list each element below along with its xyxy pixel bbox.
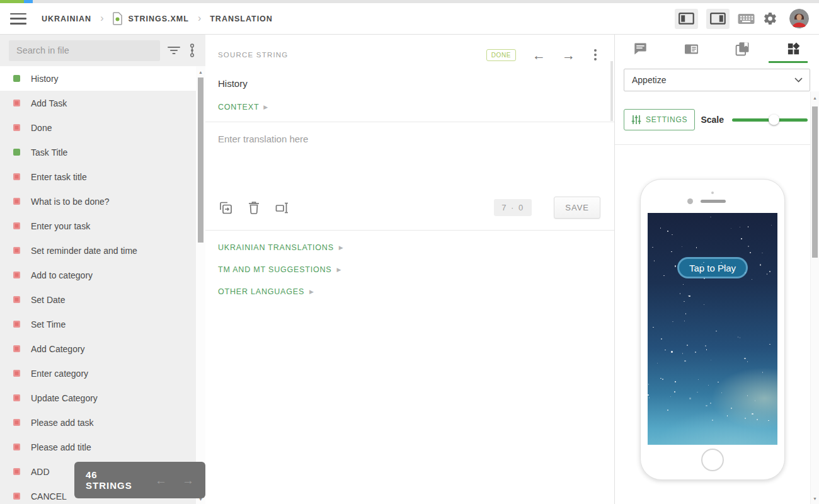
breadcrumb-mode: TRANSLATION	[210, 14, 273, 23]
section-tm-mt-suggestions[interactable]: TM AND MT SUGGESTIONS ▶	[218, 265, 602, 274]
star-decoration	[748, 246, 749, 247]
settings-button[interactable]	[763, 11, 777, 26]
preview-scrollbar[interactable]: ▲ ▼	[810, 91, 819, 504]
scroll-up-icon[interactable]: ▲	[196, 70, 205, 74]
status-square-icon	[13, 198, 20, 205]
star-decoration	[738, 336, 739, 338]
star-decoration	[747, 395, 748, 396]
status-square-icon	[13, 173, 20, 180]
star-decoration	[648, 384, 650, 385]
scrollbar-thumb[interactable]	[812, 106, 818, 258]
menu-icon[interactable]	[10, 13, 26, 25]
list-item[interactable]: Enter category	[0, 361, 196, 386]
star-decoration	[716, 331, 717, 332]
next-page-arrow-icon[interactable]: →	[182, 474, 194, 486]
copy-source-button[interactable]	[218, 200, 233, 215]
section-other-languages[interactable]: OTHER LANGUAGES ▶	[218, 287, 602, 296]
preview-settings-button[interactable]: SETTINGS	[624, 109, 695, 130]
breadcrumb-language[interactable]: UKRAINIAN	[42, 14, 91, 23]
scroll-up-icon[interactable]: ▲	[811, 96, 819, 100]
clear-translation-button[interactable]	[247, 200, 261, 215]
select-text-icon	[275, 200, 290, 215]
list-item[interactable]: Please add title	[0, 435, 196, 459]
star-decoration	[648, 394, 649, 396]
context-toggle[interactable]: CONTEXT ▶	[205, 89, 614, 122]
phone-mockup: Tap to Play	[640, 179, 785, 480]
string-order-button[interactable]	[188, 43, 197, 57]
star-decoration	[689, 398, 691, 399]
list-item[interactable]: Done	[0, 115, 196, 140]
star-decoration	[760, 264, 762, 266]
prev-page-arrow-icon[interactable]: ←	[155, 474, 167, 486]
more-options-icon[interactable]	[592, 48, 599, 62]
star-decoration	[706, 405, 707, 407]
list-item[interactable]: Enter task title	[0, 164, 196, 189]
keyboard-shortcuts-button[interactable]	[738, 13, 755, 25]
select-text-button[interactable]	[275, 200, 290, 215]
sidebar-scrollbar[interactable]: ▲ ▼	[196, 66, 205, 504]
scrollbar-thumb[interactable]	[198, 77, 203, 243]
next-string-button[interactable]: →	[562, 49, 575, 62]
list-item[interactable]: What is to be done?	[0, 189, 196, 214]
glossary-icon	[735, 42, 750, 56]
list-item[interactable]: Set Date	[0, 287, 196, 312]
star-decoration	[687, 345, 688, 346]
toggle-right-panel-button[interactable]	[706, 9, 730, 29]
editor-scrollbar-thumb[interactable]	[610, 61, 613, 121]
star-decoration	[672, 321, 673, 323]
star-decoration	[661, 338, 663, 340]
star-decoration	[660, 378, 662, 379]
star-decoration	[697, 392, 698, 393]
list-item[interactable]: Add Category	[0, 336, 196, 361]
translation-input[interactable]	[205, 122, 614, 193]
copy-source-icon	[218, 200, 233, 215]
star-decoration	[706, 349, 707, 350]
list-item[interactable]: Enter your task	[0, 214, 196, 238]
list-item[interactable]: Task Title	[0, 140, 196, 164]
avatar[interactable]	[789, 9, 809, 28]
star-decoration	[654, 260, 655, 261]
tab-terms[interactable]	[717, 35, 768, 63]
scale-slider[interactable]	[732, 118, 808, 122]
section-ukrainian-translations[interactable]: UKRAINIAN TRANSLATIONS ▶	[218, 243, 602, 252]
star-decoration	[698, 379, 699, 381]
tap-to-play-button[interactable]: Tap to Play	[677, 257, 748, 278]
tab-apps[interactable]	[768, 35, 819, 63]
list-item[interactable]: Add Task	[0, 91, 196, 115]
breadcrumb-file-label: STRINGS.XML	[128, 14, 188, 23]
string-label: Enter category	[31, 369, 88, 379]
tab-comments[interactable]	[615, 35, 666, 63]
list-item[interactable]: Please add task	[0, 410, 196, 435]
save-button[interactable]: SAVE	[554, 197, 600, 219]
section-label: UKRAINIAN TRANSLATIONS	[218, 243, 334, 252]
list-item[interactable]: History	[0, 66, 196, 91]
star-decoration	[748, 226, 749, 227]
source-string-label: SOURCE STRING	[218, 51, 288, 59]
left-panel-icon	[679, 13, 694, 25]
apps-widgets-icon	[786, 42, 801, 56]
status-square-icon	[13, 370, 20, 377]
list-item[interactable]: Set Time	[0, 312, 196, 336]
star-decoration	[670, 396, 672, 398]
list-item[interactable]: Set reminder date and time	[0, 238, 196, 263]
scale-slider-thumb[interactable]	[769, 115, 779, 125]
string-label: ADD	[31, 467, 50, 477]
scroll-down-icon[interactable]: ▼	[811, 496, 819, 501]
tab-translation-memory[interactable]	[666, 35, 717, 63]
filter-button[interactable]	[168, 46, 180, 55]
previous-string-button[interactable]: ←	[532, 49, 546, 62]
search-input[interactable]	[9, 40, 160, 61]
breadcrumb-file[interactable]: STRINGS.XML	[112, 12, 188, 25]
preview-service-select[interactable]: Appetize	[624, 69, 810, 91]
string-label: Set reminder date and time	[31, 246, 137, 256]
status-square-icon	[13, 493, 20, 500]
list-item[interactable]: Update Category	[0, 386, 196, 410]
star-decoration	[747, 361, 748, 362]
strings-count-label: 46 STRINGS	[86, 469, 140, 491]
string-label: Add to category	[31, 270, 93, 280]
list-item[interactable]: Add to category	[0, 263, 196, 287]
star-decoration	[710, 217, 711, 218]
string-label: Add Category	[31, 344, 85, 354]
toggle-left-panel-button[interactable]	[675, 9, 698, 29]
source-string-header: SOURCE STRING DONE ← →	[205, 35, 614, 62]
